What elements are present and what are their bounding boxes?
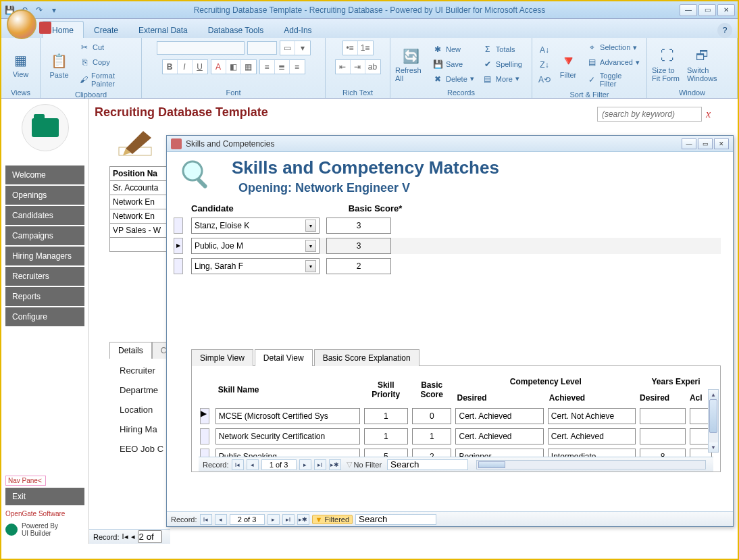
- font-family-select[interactable]: [157, 41, 245, 55]
- decrease-indent-button[interactable]: ⇤: [336, 60, 351, 74]
- candidate-select[interactable]: Stanz, Eloise K▾: [191, 218, 320, 234]
- clear-search-icon[interactable]: x: [706, 108, 711, 120]
- desired-cell[interactable]: Cert. Achieved: [455, 428, 543, 444]
- filter-indicator[interactable]: ▼Filtered: [312, 515, 353, 524]
- candidate-select[interactable]: Public, Joe M▾: [191, 238, 320, 254]
- redo-icon[interactable]: ↷: [34, 5, 45, 16]
- score-cell[interactable]: 1: [412, 428, 452, 444]
- tab-details[interactable]: Details: [109, 342, 152, 359]
- nav-pane-toggle[interactable]: Nav Pane<: [5, 476, 46, 486]
- next-record-button[interactable]: ▸: [267, 514, 280, 525]
- tab-detail-view[interactable]: Detail View: [255, 349, 313, 366]
- bullets-button[interactable]: •≡: [343, 41, 358, 55]
- switch-windows-button[interactable]: 🗗Switch Windows: [686, 43, 719, 86]
- office-button[interactable]: [7, 9, 36, 39]
- last-record-button[interactable]: ▸I: [282, 514, 295, 525]
- tab-external-data[interactable]: External Data: [128, 21, 198, 38]
- prev-record-button[interactable]: ◂: [131, 532, 135, 541]
- paste-button[interactable]: 📋Paste: [45, 43, 74, 86]
- qat-dropdown-icon[interactable]: ▾: [49, 5, 59, 16]
- sidebar-item-campaigns[interactable]: Campaigns: [5, 226, 84, 245]
- maximize-button[interactable]: ▭: [698, 4, 716, 16]
- scroll-down-icon[interactable]: ▼: [709, 442, 718, 452]
- new-record-button[interactable]: ▸✱: [297, 514, 309, 525]
- sidebar-item-configure[interactable]: Configure: [5, 307, 84, 326]
- selection-filter-button[interactable]: ⌖Selection▾: [584, 41, 642, 54]
- tab-database-tools[interactable]: Database Tools: [198, 21, 274, 38]
- record-position-input[interactable]: [261, 459, 297, 470]
- record-search-input[interactable]: [387, 459, 468, 470]
- candidate-score[interactable]: 2: [326, 258, 391, 274]
- align-center-button[interactable]: ≣: [275, 60, 290, 74]
- sidebar-item-openings[interactable]: Openings: [5, 186, 84, 205]
- candidate-score[interactable]: 3: [326, 238, 391, 254]
- years-desired-cell[interactable]: [640, 408, 686, 424]
- next-record-button[interactable]: ▸: [299, 459, 311, 470]
- row-selector[interactable]: [200, 428, 209, 444]
- candidate-select[interactable]: Ling, Sarah F▾: [191, 258, 320, 274]
- minimize-button[interactable]: —: [680, 4, 697, 16]
- row-selector[interactable]: ▶: [200, 408, 209, 424]
- first-record-button[interactable]: I◂: [200, 514, 212, 525]
- underline-button[interactable]: U: [193, 60, 207, 74]
- sub-maximize-button[interactable]: ▭: [698, 138, 713, 149]
- skill-name-cell[interactable]: MCSE (Microsoft Certified Sys: [215, 408, 360, 424]
- achieved-cell[interactable]: Cert. Not Achieve: [548, 408, 636, 424]
- new-record-button[interactable]: ✱New: [430, 43, 477, 56]
- tab-create[interactable]: Create: [84, 21, 128, 38]
- sidebar-item-welcome[interactable]: Welcome: [5, 166, 84, 184]
- gridlines-button[interactable]: ▦: [241, 60, 256, 74]
- record-position-input[interactable]: [138, 530, 162, 543]
- record-search-input[interactable]: [355, 514, 436, 525]
- more-records-button[interactable]: ▤More▾: [480, 72, 525, 86]
- desired-cell[interactable]: Cert. Achieved: [455, 408, 543, 424]
- prev-record-button[interactable]: ◂: [215, 514, 227, 525]
- help-icon[interactable]: ?: [717, 23, 732, 38]
- toggle-filter-button[interactable]: ✓Toggle Filter: [584, 70, 642, 89]
- subwindow-title-bar[interactable]: Skills and Competencies — ▭ ✕: [167, 136, 733, 152]
- spelling-button[interactable]: ✔Spelling: [480, 57, 525, 71]
- view-button[interactable]: ▦View: [5, 43, 36, 86]
- sort-asc-button[interactable]: A↓: [536, 43, 553, 57]
- fill-color-button[interactable]: ◧: [226, 60, 241, 74]
- score-cell[interactable]: 0: [412, 408, 452, 424]
- tab-add-ins[interactable]: Add-Ins: [274, 21, 322, 38]
- horizontal-scrollbar[interactable]: [476, 460, 706, 469]
- delete-record-button[interactable]: ✖Delete▾: [430, 72, 477, 86]
- record-position-input[interactable]: [230, 514, 265, 525]
- totals-button[interactable]: ΣTotals: [480, 43, 525, 56]
- sidebar-item-candidates[interactable]: Candidates: [5, 206, 84, 225]
- exit-button[interactable]: Exit: [5, 488, 84, 505]
- increase-indent-button[interactable]: ⇥: [351, 60, 365, 74]
- priority-cell[interactable]: 1: [364, 408, 408, 424]
- sidebar-item-recruiters[interactable]: Recruiters: [5, 267, 84, 286]
- candidate-score[interactable]: 3: [326, 218, 391, 234]
- border-style-select[interactable]: ▭▾: [280, 41, 311, 55]
- new-record-button[interactable]: ▸✱: [329, 459, 341, 470]
- save-record-button[interactable]: 💾Save: [430, 57, 477, 71]
- align-left-button[interactable]: ≡: [260, 60, 275, 74]
- refresh-all-button[interactable]: 🔄Refresh All: [394, 43, 427, 86]
- chevron-down-icon[interactable]: ▾: [305, 240, 316, 252]
- align-right-button[interactable]: ≡: [290, 60, 305, 74]
- format-painter-button[interactable]: 🖌Format Painter: [76, 70, 137, 89]
- italic-button[interactable]: I: [178, 60, 193, 74]
- chevron-down-icon[interactable]: ▾: [305, 220, 316, 232]
- clear-sort-button[interactable]: A⟲: [536, 73, 553, 86]
- sub-close-button[interactable]: ✕: [714, 138, 729, 149]
- tab-simple-view[interactable]: Simple View: [191, 349, 253, 366]
- advanced-filter-button[interactable]: ▤Advanced▾: [584, 55, 642, 69]
- size-to-fit-button[interactable]: ⛶Size to Fit Form: [651, 43, 684, 86]
- search-input[interactable]: [597, 107, 702, 122]
- first-record-button[interactable]: I◂: [122, 532, 128, 541]
- filter-indicator[interactable]: ▽No Filter: [344, 460, 385, 469]
- achieved-cell[interactable]: Cert. Achieved: [548, 428, 636, 444]
- tab-basic-score-explanation[interactable]: Basic Score Explanation: [314, 349, 419, 366]
- prev-record-button[interactable]: ◂: [247, 459, 259, 470]
- filter-button[interactable]: 🔻Filter: [555, 43, 581, 86]
- cut-button[interactable]: ✂Cut: [76, 41, 137, 54]
- bold-button[interactable]: B: [163, 60, 178, 74]
- font-size-select[interactable]: [247, 41, 277, 55]
- priority-cell[interactable]: 1: [364, 428, 408, 444]
- skill-name-cell[interactable]: Network Security Certification: [215, 428, 360, 444]
